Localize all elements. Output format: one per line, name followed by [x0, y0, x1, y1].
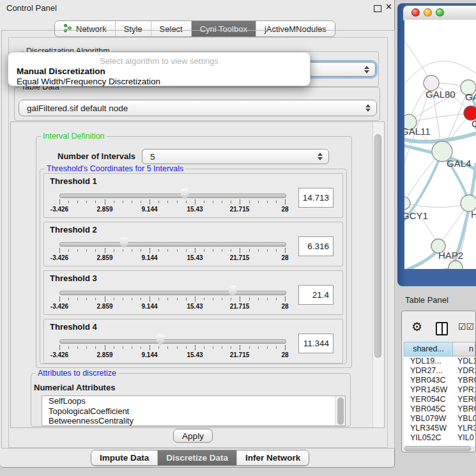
table-header-row: shared... n — [404, 342, 475, 357]
close-traffic-light-icon[interactable] — [411, 8, 420, 17]
column-header-name[interactable]: n — [453, 342, 475, 357]
table-row[interactable]: YIL052CYIL0 — [404, 433, 475, 443]
dropdown-hint-option[interactable]: Select algorithm to view settings — [8, 56, 310, 66]
number-of-intervals-label: Number of Intervals — [58, 151, 135, 161]
minimize-traffic-light-icon[interactable] — [424, 8, 432, 17]
tick-label: 2.859 — [96, 206, 112, 213]
table-row[interactable]: YER054CYER0 — [404, 395, 475, 404]
control-panel-window: Control Panel ✕ Network Style — [0, 0, 395, 468]
node-label: C — [472, 118, 476, 129]
table-row[interactable]: YDL19...YDL1 — [404, 357, 475, 366]
vertical-scrollbar[interactable] — [372, 122, 384, 427]
dropdown-option-equal-width-frequency[interactable]: Equal Width/Frequency Discretization — [17, 77, 160, 86]
window-title: Control Panel — [6, 3, 57, 13]
horizontal-scrollbar[interactable] — [403, 446, 475, 451]
tab-discretize-data[interactable]: Discretize Data — [158, 450, 237, 465]
table-data-group: Table Data galFiltered.sif default node — [14, 87, 380, 121]
cell-shared: YPR145W — [410, 385, 447, 395]
zoom-traffic-light-icon[interactable] — [436, 8, 444, 17]
table-row[interactable]: YBL079WYBL0 — [404, 414, 475, 424]
cell-shared: YDL19... — [410, 357, 441, 366]
number-of-intervals-spinner[interactable]: 5 — [142, 149, 329, 164]
table-row[interactable]: YBR045CYBR0 — [404, 404, 475, 414]
apply-button[interactable]: Apply — [173, 429, 213, 443]
tick-label: 2.859 — [96, 351, 112, 358]
cell-name: YLR3 — [457, 424, 475, 433]
node-bottom[interactable] — [449, 261, 463, 269]
threshold-3-slider-track[interactable] — [59, 291, 286, 295]
threshold-1-slider-track[interactable] — [59, 194, 286, 198]
threshold-2-value-field[interactable]: 6.316 — [298, 236, 334, 256]
tick-label: 15.43 — [187, 303, 203, 310]
cell-name: YDL1 — [457, 357, 475, 366]
slider-ticks — [59, 346, 286, 349]
list-scrollbar-thumb[interactable] — [337, 397, 344, 425]
tab-impute-data[interactable]: Impute Data — [91, 450, 158, 465]
threshold-4-slider-track[interactable] — [59, 339, 286, 344]
cell-name: YPR1 — [457, 385, 475, 395]
node-gcy1[interactable] — [404, 197, 410, 210]
numerical-attributes-label: Numerical Attributes — [34, 383, 115, 392]
list-item[interactable]: BetweennessCentrality — [42, 416, 345, 426]
network-window-titlebar[interactable] — [403, 6, 476, 20]
dropdown-option-manual-discretization[interactable]: Manual Discretization — [17, 66, 105, 76]
tick-label: 9.144 — [141, 254, 157, 261]
tab-infer-network[interactable]: Infer Network — [237, 450, 309, 465]
algorithm-dropdown-popup: Select algorithm to view settings Manual… — [8, 52, 311, 86]
tick-label: 15.43 — [187, 351, 203, 358]
table-row[interactable]: YBR043CYBR0 — [404, 376, 475, 385]
table-data-combobox[interactable]: galFiltered.sif default node — [19, 100, 377, 116]
column-header-shared[interactable]: shared... — [404, 342, 453, 357]
list-item[interactable]: SelfLoops — [42, 396, 345, 406]
tab-label: Infer Network — [245, 453, 300, 463]
tick-label: -3.426 — [50, 303, 68, 310]
cell-shared: YIL052C — [410, 433, 441, 443]
tick-label: -3.426 — [50, 351, 68, 358]
horizontal-scrollbar-thumb[interactable] — [404, 446, 471, 451]
network-canvas[interactable]: GAL80 GA C GAL11 GAL4 GCY1 H HAP2 — [404, 20, 476, 269]
cell-shared: YBR043C — [410, 376, 446, 385]
threshold-1-label: Threshold 1 — [50, 176, 97, 186]
numerical-attributes-list: SelfLoops TopologicalCoefficient Between… — [42, 395, 346, 426]
table-row[interactable]: YPR145WYPR1 — [404, 385, 475, 395]
thresholds-group-title: Threshold's Coordinates for 5 Intervals — [45, 164, 185, 173]
threshold-2-panel: Threshold 2 -3.426 2.859 9.144 15.43 21.… — [43, 222, 343, 266]
close-icon[interactable]: ✕ — [385, 2, 392, 12]
slider-ticks — [59, 201, 286, 203]
tab-label: Impute Data — [100, 453, 149, 463]
cell-shared: YDR27... — [410, 366, 443, 376]
network-view-window[interactable]: GAL80 GA C GAL11 GAL4 GCY1 H HAP2 — [397, 3, 476, 286]
spinner-arrows-icon — [318, 153, 323, 160]
list-item[interactable]: TopologicalCoefficient — [42, 406, 345, 417]
checkbox-columns-icon[interactable]: ☑☑ — [458, 322, 474, 331]
threshold-3-value-field[interactable]: 21.4 — [298, 285, 334, 305]
desktop: Control Panel ✕ Network Style — [0, 0, 476, 476]
vertical-scrollbar-thumb[interactable] — [374, 134, 381, 358]
tick-label: 9.144 — [141, 206, 157, 213]
table-panel: ⚙ ☑☑ shared... n YDL19...YDL1 YDR27...YD… — [401, 311, 476, 452]
tick-label: 21.715 — [230, 303, 250, 310]
network-graph: GAL80 GA C GAL11 GAL4 GCY1 H HAP2 — [404, 20, 476, 269]
tick-label: 28 — [281, 254, 288, 261]
window-float-icon[interactable] — [374, 5, 381, 12]
table-row[interactable]: YLR345WYLR3 — [404, 424, 475, 433]
cell-name: YIL0 — [457, 433, 474, 443]
node-label: GAL80 — [426, 89, 456, 100]
threshold-3-label: Threshold 3 — [50, 273, 97, 283]
table-row[interactable]: YDR27...YDR2 — [404, 366, 475, 376]
list-scrollbar[interactable] — [335, 396, 345, 426]
threshold-2-slider-track[interactable] — [59, 242, 286, 247]
threshold-4-value-field[interactable]: 11.344 — [298, 334, 334, 353]
tab-label: Discretize Data — [166, 453, 228, 463]
column-layout-icon[interactable] — [436, 322, 448, 335]
threshold-1-panel: Threshold 1 -3.426 2.859 9.144 15.43 21.… — [43, 173, 343, 218]
node-label: GA — [465, 91, 476, 102]
gear-icon[interactable]: ⚙ — [411, 321, 422, 333]
tick-label: 28 — [281, 206, 288, 213]
cell-shared: YBL079W — [410, 414, 446, 424]
tick-label: 9.144 — [141, 303, 157, 310]
threshold-1-value-field[interactable]: 14.713 — [298, 188, 334, 208]
tick-label: 21.715 — [230, 254, 250, 261]
tick-label: 28 — [281, 303, 288, 310]
cell-name: YER0 — [457, 395, 475, 404]
